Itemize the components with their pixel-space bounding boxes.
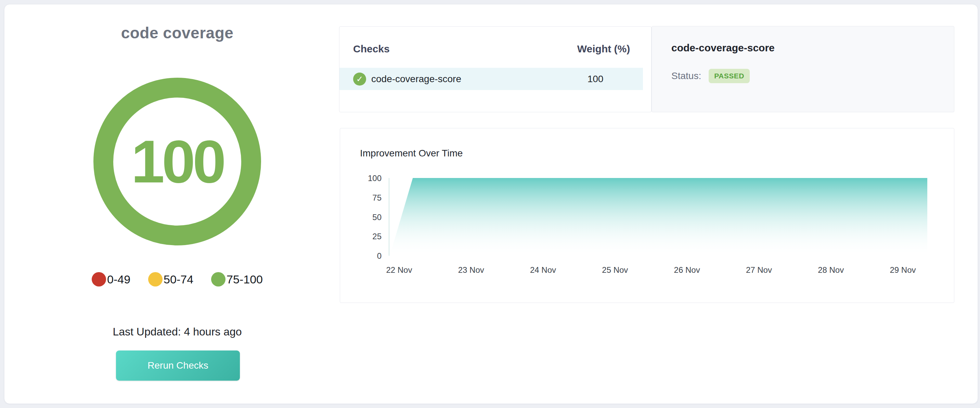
x-tick-label: 24 Nov: [530, 265, 556, 274]
score-value: 100: [131, 131, 223, 192]
coverage-card: code coverage 100 0-49 50-74 75-100 Last…: [4, 4, 978, 404]
legend-label: 75-100: [226, 273, 263, 286]
legend-dot-red: [92, 272, 106, 287]
check-detail-title: code-coverage-score: [671, 42, 940, 54]
improvement-chart-panel: Improvement Over Time 025507510022 Nov23…: [340, 128, 955, 303]
check-circle-icon: ✓: [353, 73, 366, 86]
legend-dot-green: [211, 272, 226, 287]
improvement-chart: 025507510022 Nov23 Nov24 Nov25 Nov26 Nov…: [351, 175, 938, 280]
score-gauge: 100: [94, 78, 261, 245]
x-tick-label: 28 Nov: [818, 265, 844, 274]
legend-item-mid: 50-74: [148, 272, 193, 287]
y-tick-label: 0: [377, 251, 382, 260]
checks-table-panel: Checks Weight (%) ✓ code-coverage-score …: [339, 26, 652, 112]
checks-table-header: Checks Weight (%): [339, 27, 651, 68]
y-tick-label: 75: [372, 193, 382, 202]
check-name: code-coverage-score: [371, 73, 461, 84]
table-row[interactable]: ✓ code-coverage-score 100: [339, 68, 643, 90]
rerun-checks-button[interactable]: Rerun Checks: [116, 351, 240, 381]
y-tick-label: 50: [372, 212, 382, 222]
check-name-cell: ✓ code-coverage-score: [353, 73, 556, 86]
status-label: Status:: [671, 70, 701, 81]
legend-label: 50-74: [164, 273, 193, 286]
chart-title: Improvement Over Time: [360, 148, 463, 159]
x-tick-label: 25 Nov: [602, 265, 628, 274]
x-tick-label: 26 Nov: [674, 265, 700, 274]
legend-item-high: 75-100: [211, 272, 263, 287]
x-tick-label: 29 Nov: [890, 265, 916, 274]
last-updated-text: Last Updated: 4 hours ago: [64, 325, 290, 338]
page-title: code coverage: [64, 24, 290, 42]
column-header-checks: Checks: [353, 43, 564, 55]
status-row: Status: PASSED: [671, 69, 940, 83]
x-tick-label: 22 Nov: [386, 265, 412, 274]
legend-dot-yellow: [148, 272, 162, 287]
x-tick-label: 27 Nov: [746, 265, 772, 274]
x-tick-label: 23 Nov: [458, 265, 484, 274]
check-weight-cell: 100: [556, 73, 635, 84]
y-tick-label: 100: [368, 175, 382, 183]
status-badge: PASSED: [709, 69, 750, 83]
y-tick-label: 25: [372, 232, 382, 241]
legend-label: 0-49: [107, 273, 130, 286]
column-header-weight: Weight (%): [564, 43, 643, 55]
legend-item-low: 0-49: [92, 272, 130, 287]
score-legend: 0-49 50-74 75-100: [64, 272, 290, 287]
check-detail-panel: code-coverage-score Status: PASSED: [652, 26, 955, 112]
area-series: [390, 178, 927, 256]
